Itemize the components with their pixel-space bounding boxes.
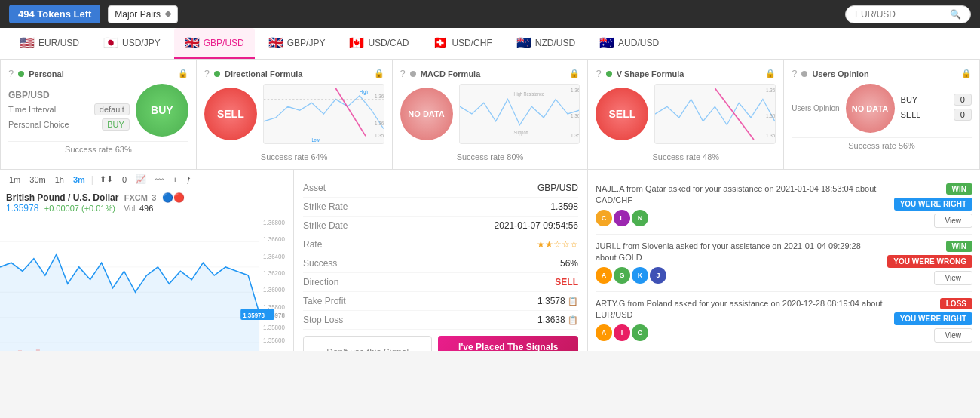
view-btn-c3[interactable]: View xyxy=(934,328,973,343)
flag-usdchf: 🇨🇭 xyxy=(433,35,448,50)
tool-add[interactable]: + xyxy=(170,174,180,186)
tab-nzdusd[interactable]: 🇳🇿 NZD/USD xyxy=(506,28,586,59)
question-icon-directional[interactable]: ? xyxy=(204,68,210,79)
detail-take-profit: Take Profit 1.3578 📋 xyxy=(303,292,578,311)
time-interval-label: Time Interval xyxy=(8,105,56,114)
asset-value: GBP/USD xyxy=(537,183,578,193)
search-box[interactable]: 🔍 xyxy=(845,5,971,23)
lock-icon-directional: 🔒 xyxy=(374,69,384,78)
detail-direction: Direction SELL xyxy=(303,273,578,292)
tab-nzdusd-label: NZD/USD xyxy=(535,38,575,48)
svg-text:1.36400: 1.36400 xyxy=(263,252,285,260)
question-icon-users[interactable]: ? xyxy=(792,68,797,79)
svg-text:High: High xyxy=(360,88,369,94)
community-actions-c1: WIN YOU WERE RIGHT View xyxy=(890,183,972,228)
community-actions-c2: WIN YOU WERE WRONG View xyxy=(887,241,972,285)
tab-gbpusd[interactable]: 🇬🇧 GBP/USD xyxy=(174,28,255,59)
direction-label: Direction xyxy=(303,277,338,287)
tool-line[interactable]: 📈 xyxy=(133,173,149,186)
panel-users-header: ? Users Opinion 🔒 xyxy=(792,68,972,79)
copy-icon-tp[interactable]: 📋 xyxy=(568,297,578,306)
avatar-c2-1: G xyxy=(614,267,630,284)
svg-marker-31 xyxy=(0,254,259,351)
lock-icon-vshape: 🔒 xyxy=(765,69,776,78)
avatar-c3-1: I xyxy=(614,324,630,341)
panel-directional-body: SELL 1.365 1.36 1.355 High Low xyxy=(204,84,384,144)
panel-directional: ? Directional Formula 🔒 SELL 1.365 1.36 … xyxy=(197,60,392,169)
signal-circle-users: NO DATA xyxy=(846,84,895,133)
panel-vshape-header: ? V Shape Formula 🔒 xyxy=(596,68,776,79)
tab-gbpjpy[interactable]: 🇬🇧 GBP/JPY xyxy=(258,28,336,59)
tool-0[interactable]: 0 xyxy=(119,174,130,186)
svg-text:1.35400: 1.35400 xyxy=(263,349,285,351)
tab-usdcad[interactable]: 🇨🇦 USD/CAD xyxy=(338,28,419,59)
lock-icon-personal: 🔒 xyxy=(178,69,188,78)
panel-macd-body: NO DATA 1.365 1.36 1.355 High Resistance… xyxy=(400,84,580,144)
avatar-c2-0: A xyxy=(596,267,612,284)
tool-fx[interactable]: ƒ xyxy=(184,174,194,186)
flag-nzdusd: 🇳🇿 xyxy=(516,35,531,50)
panel-personal-body: GBP/USD Time Interval default Personal C… xyxy=(8,84,188,137)
signal-circle-macd: NO DATA xyxy=(400,88,453,140)
win-badge-c1: WIN xyxy=(946,183,972,195)
take-profit-label: Take Profit xyxy=(303,296,346,306)
tab-usdchf[interactable]: 🇨🇭 USD/CHF xyxy=(422,28,502,59)
view-btn-c2[interactable]: View xyxy=(934,271,973,285)
question-icon-vshape[interactable]: ? xyxy=(596,68,601,79)
you-were-wrong-c2: YOU WERE WRONG xyxy=(887,255,972,268)
community-avatars-c2: A G K J xyxy=(596,267,881,284)
avatar-c1-1: L xyxy=(614,210,630,226)
tab-usdchf-label: USD/CHF xyxy=(452,38,492,48)
search-input[interactable] xyxy=(855,9,945,20)
rate-stars: ★★☆☆☆ xyxy=(537,239,578,250)
tf-3m[interactable]: 3m xyxy=(70,174,88,186)
pairs-selector[interactable]: Major Pairs xyxy=(108,5,178,23)
panel-users-footer: Success rate 56% xyxy=(792,137,972,150)
buy-opinion-label: BUY xyxy=(901,95,918,104)
opinion-rows: BUY 0 SELL 0 xyxy=(901,94,972,124)
search-icon: 🔍 xyxy=(950,9,961,20)
panel-directional-footer: Success rate 64% xyxy=(204,149,384,161)
signal-circle-vshape: SELL xyxy=(596,88,648,140)
question-icon-personal[interactable]: ? xyxy=(8,68,14,79)
panels-row: ? Personal 🔒 GBP/USD Time Interval defau… xyxy=(0,60,980,170)
you-were-right-c1: YOU WERE RIGHT xyxy=(894,198,972,211)
svg-text:1.365: 1.365 xyxy=(375,93,384,100)
detail-success: Success 56% xyxy=(303,254,578,273)
flag-gbpjpy: 🇬🇧 xyxy=(268,35,283,50)
tf-1h[interactable]: 1h xyxy=(52,174,67,186)
tool-candle[interactable]: ⬆⬇ xyxy=(96,173,116,186)
panel-macd-footer: Success rate 80% xyxy=(400,149,580,161)
dont-use-button[interactable]: Don't use this Signal xyxy=(303,336,432,351)
svg-text:1.35600: 1.35600 xyxy=(263,337,285,345)
tab-audusd[interactable]: 🇦🇺 AUD/USD xyxy=(589,28,669,59)
default-badge: default xyxy=(94,103,130,115)
svg-text:1.36: 1.36 xyxy=(766,112,775,119)
tab-usdjpy-label: USD/JPY xyxy=(122,38,161,48)
strike-rate-label: Strike Rate xyxy=(303,201,348,212)
detail-rate: Rate ★★☆☆☆ xyxy=(303,235,578,254)
place-signal-button[interactable]: I've Placed The Signals Live xyxy=(438,336,578,351)
question-icon-macd[interactable]: ? xyxy=(400,68,406,79)
tab-eurusd[interactable]: 🇺🇸 EUR/USD xyxy=(9,28,90,59)
take-profit-value: 1.3578 📋 xyxy=(537,296,578,306)
tf-1m[interactable]: 1m xyxy=(6,174,23,186)
chart-info: British Pound / U.S. Dollar FXCM 3 🔵🔴 1.… xyxy=(0,189,293,217)
signal-circle-directional: SELL xyxy=(204,88,257,140)
svg-text:1.35800: 1.35800 xyxy=(263,324,285,332)
arrow-up-icon xyxy=(165,11,171,14)
view-btn-c1[interactable]: View xyxy=(934,214,973,228)
tab-usdjpy[interactable]: 🇯🇵 USD/JPY xyxy=(93,28,171,59)
tab-gbpjpy-label: GBP/JPY xyxy=(287,38,326,48)
tf-30m[interactable]: 30m xyxy=(26,174,48,186)
panel-macd: ? MACD Formula 🔒 NO DATA 1.365 1.36 1.35… xyxy=(393,60,588,169)
chart-pair: British Pound / U.S. Dollar FXCM 3 🔵🔴 xyxy=(6,192,185,203)
pairs-arrow[interactable] xyxy=(165,11,171,17)
community-text-c1: NAJE.A from Qatar asked for your assista… xyxy=(596,183,884,207)
svg-rect-35 xyxy=(18,350,22,351)
copy-icon-sl[interactable]: 📋 xyxy=(568,315,578,324)
tool-wave[interactable]: 〰 xyxy=(152,174,167,186)
users-opinion-img-label: Users Opinion xyxy=(792,104,839,112)
panel-directional-title: Directional Formula xyxy=(225,69,302,78)
panel-personal-header: ? Personal 🔒 xyxy=(8,68,188,79)
